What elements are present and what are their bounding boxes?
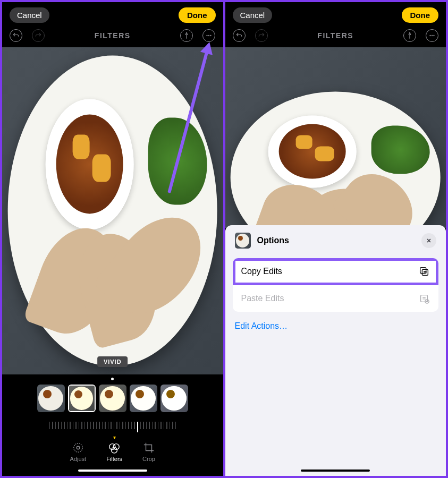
filter-thumb-vivid-cool[interactable] [130,385,157,412]
filter-name-badge: VIVID [97,356,128,367]
svg-point-8 [429,35,430,36]
edit-actions-link[interactable]: Edit Actions… [225,314,446,338]
done-button[interactable]: Done [179,7,216,23]
screen-title: FILTERS [317,31,353,40]
redo-icon[interactable] [32,29,45,42]
tab-crop[interactable]: Crop [142,442,155,462]
toolbar: FILTERS [2,26,223,47]
svg-point-1 [208,35,209,36]
filter-thumb-vivid[interactable] [68,385,96,412]
item-label: Copy Edits [241,267,282,276]
markup-icon[interactable] [403,29,416,42]
svg-point-9 [432,35,433,36]
undo-icon[interactable] [10,29,22,42]
home-indicator[interactable] [78,470,147,472]
more-icon[interactable] [202,29,215,42]
filter-thumb-dramatic[interactable] [160,385,188,412]
svg-rect-12 [422,269,428,275]
undo-icon[interactable] [233,29,246,42]
sheet-header: Options [225,225,446,256]
tab-label: Adjust [70,456,87,462]
top-bar: Cancel Done [2,2,223,26]
svg-point-3 [74,443,83,453]
svg-point-10 [433,35,434,36]
more-icon[interactable] [426,29,438,42]
photo-preview[interactable] [225,47,446,228]
done-button[interactable]: Done [402,7,439,23]
filter-thumb-original[interactable] [37,385,65,412]
paste-edits-icon [418,293,430,304]
tab-filters[interactable]: Filters [106,442,122,462]
svg-point-2 [210,35,212,36]
top-bar: Cancel Done [225,2,446,26]
page-indicator [2,374,223,382]
svg-point-7 [112,447,117,453]
svg-point-0 [207,35,208,36]
toolbar: FILTERS [225,26,446,47]
left-screenshot: Cancel Done FILTERS VIVID [2,2,223,476]
copy-edits-item[interactable]: Copy Edits [233,258,439,285]
photo-preview[interactable]: VIVID [2,47,223,374]
right-screenshot: Cancel Done FILTERS Opt [225,2,446,476]
close-button[interactable] [421,233,436,248]
filter-thumb-vivid-warm[interactable] [99,385,126,412]
sheet-thumbnail [235,233,251,249]
home-indicator[interactable] [301,470,370,472]
tab-label: Crop [142,456,155,462]
screen-title: FILTERS [95,31,131,40]
paste-edits-item: Paste Edits [233,285,439,312]
editor-tabs: Adjust Filters Crop [2,439,223,470]
options-sheet: Options Copy Edits Paste Edits Edit Acti… [225,225,446,476]
svg-rect-11 [420,268,426,274]
close-icon [426,237,432,244]
svg-rect-13 [421,295,428,302]
adjust-icon [72,442,84,454]
options-list: Copy Edits Paste Edits [233,258,439,312]
item-label: Paste Edits [241,294,284,303]
sheet-title: Options [257,236,416,245]
cancel-button[interactable]: Cancel [233,7,273,23]
redo-icon[interactable] [255,29,268,42]
tab-adjust[interactable]: Adjust [70,442,87,462]
copy-edits-icon [418,266,430,277]
markup-icon[interactable] [180,29,193,42]
crop-icon [143,442,155,454]
filter-thumbnails [2,382,223,417]
tab-label: Filters [106,456,122,462]
svg-point-6 [113,444,119,450]
cancel-button[interactable]: Cancel [10,7,49,23]
filters-icon [108,442,120,454]
svg-point-4 [77,446,80,449]
